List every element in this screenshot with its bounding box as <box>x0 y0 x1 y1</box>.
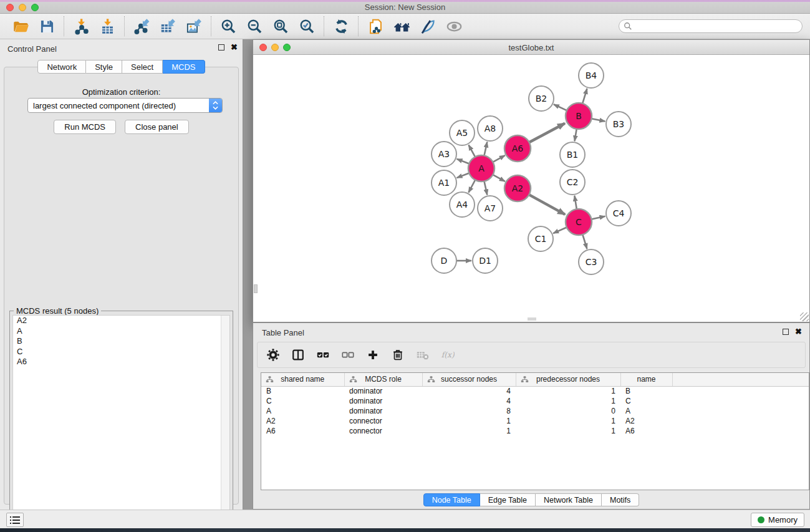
export-network-button[interactable] <box>132 17 151 36</box>
tab-style[interactable]: Style <box>86 60 122 74</box>
graph-edge[interactable] <box>493 175 505 181</box>
graph-edge[interactable] <box>553 228 567 234</box>
graph-node-label: B <box>576 111 582 121</box>
refresh-button[interactable] <box>332 17 350 36</box>
table-row[interactable]: Bdominator41B <box>261 386 809 396</box>
graph-node-label: C <box>576 217 582 227</box>
zoom-fit-button[interactable] <box>271 17 290 36</box>
list-scrollbar[interactable] <box>221 316 229 522</box>
delete-table-button[interactable] <box>416 348 430 362</box>
zoom-in-button[interactable] <box>219 17 238 36</box>
tab-node-table[interactable]: Node Table <box>423 493 480 506</box>
home-button[interactable] <box>392 17 411 36</box>
window-resize-grip[interactable] <box>800 312 809 321</box>
save-session-button[interactable] <box>37 17 56 36</box>
export-table-button[interactable] <box>158 17 177 36</box>
table-panel-tabs: Node Table Edge Table Network Table Moti… <box>253 493 809 506</box>
graph-edge[interactable] <box>457 173 470 178</box>
tab-network-table[interactable]: Network Table <box>536 493 602 506</box>
memory-label: Memory <box>768 515 798 525</box>
graph-edge[interactable] <box>575 129 577 142</box>
canvas-horizontal-scrollthumb[interactable] <box>528 317 536 321</box>
graph-edge[interactable] <box>469 145 476 157</box>
column-header-shared-name[interactable]: shared name <box>261 373 344 386</box>
graph-edge[interactable] <box>457 159 470 164</box>
mcds-result-item[interactable]: A2 <box>13 316 229 326</box>
table-cell: 4 <box>422 386 516 396</box>
graph-edge[interactable] <box>582 89 587 104</box>
table-row[interactable]: A6connector11A6 <box>261 426 809 436</box>
graph-edge[interactable] <box>485 142 488 156</box>
mcds-result-item[interactable]: B <box>13 336 229 347</box>
table-cell: 0 <box>516 406 620 416</box>
task-history-button[interactable] <box>6 513 24 527</box>
show-columns-button[interactable] <box>291 348 305 362</box>
select-all-button[interactable] <box>316 348 330 362</box>
float-panel-icon[interactable] <box>783 329 789 335</box>
table-settings-button[interactable] <box>266 348 280 362</box>
tab-network[interactable]: Network <box>37 60 86 74</box>
import-network-button[interactable] <box>72 17 90 36</box>
open-session-button[interactable] <box>11 17 30 36</box>
float-panel-icon[interactable] <box>218 44 224 51</box>
graph-node-label: C3 <box>586 257 597 267</box>
graph-edge[interactable] <box>582 235 587 249</box>
graph-edge[interactable] <box>574 196 576 210</box>
graph-node-label: A6 <box>512 143 524 153</box>
mcds-result-item[interactable]: A6 <box>13 357 229 367</box>
tab-edge-table[interactable]: Edge Table <box>480 493 536 506</box>
column-header-mcds-role[interactable]: MCDS role <box>344 373 422 386</box>
vizmapper-button[interactable] <box>418 17 437 36</box>
search-input[interactable] <box>619 19 803 33</box>
tab-motifs[interactable]: Motifs <box>602 493 639 506</box>
table-row[interactable]: Cdominator41C <box>261 396 809 406</box>
zoom-out-button[interactable] <box>245 17 264 36</box>
table-row[interactable]: Adominator80A <box>261 406 809 416</box>
run-mcds-button[interactable]: Run MCDS <box>54 120 116 134</box>
table-row[interactable]: A2connector11A2 <box>261 416 809 426</box>
graph-edge[interactable] <box>493 155 505 162</box>
application-window: Session: New Session <box>0 0 810 532</box>
close-panel-icon[interactable]: ✖ <box>231 44 238 51</box>
graph-node-label: C2 <box>567 177 579 187</box>
duplicate-network-button[interactable] <box>366 17 385 36</box>
network-window-titlebar[interactable]: testGlobe.txt <box>253 40 809 55</box>
mcds-result-list[interactable]: A2ABCA6 <box>12 315 230 523</box>
import-network-icon <box>73 18 90 35</box>
column-header-successor-nodes[interactable]: successor nodes <box>422 373 516 386</box>
graph-edge[interactable] <box>468 180 475 193</box>
zoom-selected-button[interactable] <box>297 17 316 36</box>
duplicate-network-icon <box>367 18 384 35</box>
show-hide-button[interactable] <box>445 17 463 36</box>
close-panel-button[interactable]: Close panel <box>125 120 189 134</box>
deselect-all-button[interactable] <box>341 348 355 362</box>
tab-select[interactable]: Select <box>122 60 163 74</box>
graph-edge[interactable] <box>529 195 565 215</box>
mcds-result-item[interactable]: A <box>13 326 229 337</box>
column-header-name[interactable]: name <box>620 373 672 386</box>
node-table: shared name MCDS role successor nodes pr… <box>261 372 809 490</box>
export-image-button[interactable] <box>185 17 203 36</box>
columns-icon <box>291 348 305 362</box>
close-panel-icon[interactable]: ✖ <box>795 329 802 335</box>
graph-edge[interactable] <box>592 118 605 121</box>
memory-button[interactable]: Memory <box>751 513 804 527</box>
mcds-tab-content: Optimization criterion: largest connecte… <box>4 67 239 505</box>
function-builder-button[interactable]: f(x) <box>441 348 455 362</box>
graph-edge[interactable] <box>529 123 565 143</box>
column-header-predecessor-nodes[interactable]: predecessor nodes <box>516 373 620 386</box>
optimization-criterion-select[interactable]: largest connected component (directed) <box>27 98 223 113</box>
create-column-button[interactable] <box>366 348 380 362</box>
delete-column-button[interactable] <box>391 348 405 362</box>
canvas-vertical-scrollthumb[interactable] <box>254 284 258 293</box>
app-titlebar: Session: New Session <box>0 0 810 14</box>
mcds-result-item[interactable]: C <box>13 347 229 357</box>
tab-mcds[interactable]: MCDS <box>163 60 205 74</box>
import-table-button[interactable] <box>98 17 117 36</box>
graph-edge[interactable] <box>485 181 488 195</box>
zoom-out-icon <box>246 18 263 35</box>
network-canvas[interactable]: B4B2BB3A5A8A6B1A3AA1C2A2A4A7CC4C1C3DD1 <box>253 55 809 322</box>
graph-edge[interactable] <box>554 104 567 110</box>
graph-edge[interactable] <box>592 216 605 220</box>
desktop-wallpaper-strip <box>0 528 810 532</box>
